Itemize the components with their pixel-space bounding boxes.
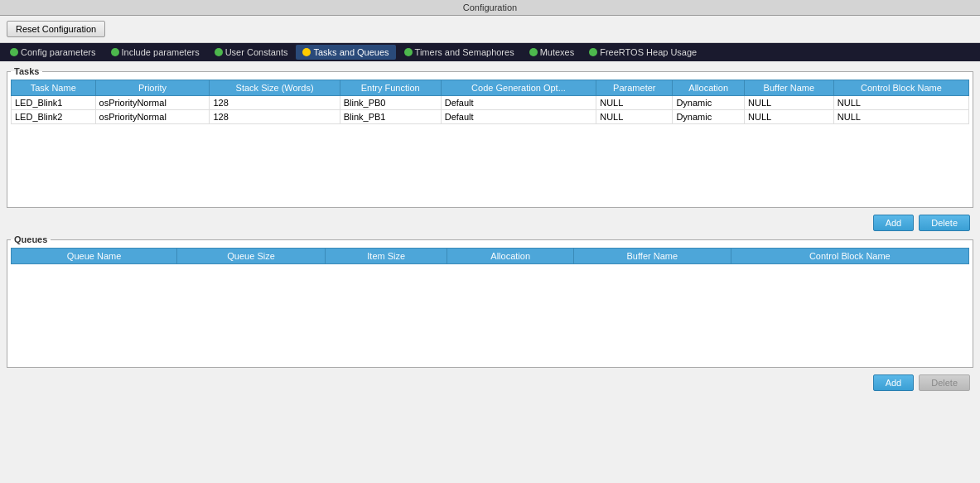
tab-config-params[interactable]: Config parameters xyxy=(3,45,103,60)
tasks-add-button[interactable]: Add xyxy=(873,215,915,231)
tasks-col-priority: Priority xyxy=(95,80,210,96)
tasks-col-buffer: Buffer Name xyxy=(745,80,834,96)
tab-timers-semaphores-label: Timers and Semaphores xyxy=(415,47,514,57)
tasks-cell-0-4: Default xyxy=(441,96,596,110)
queues-table: Queue Name Queue Size Item Size Allocati… xyxy=(11,248,969,364)
tab-config-params-icon xyxy=(10,48,18,56)
queues-col-name: Queue Name xyxy=(12,249,177,264)
main-content: Tasks Task Name Priority Stack Size (Wor… xyxy=(0,61,980,399)
queues-col-size: Queue Size xyxy=(177,249,326,264)
tab-user-constants-label: User Constants xyxy=(225,47,288,57)
tasks-col-alloc: Allocation xyxy=(673,80,745,96)
tab-tasks-queues[interactable]: Tasks and Queues xyxy=(296,45,395,60)
tasks-btn-row: Add Delete xyxy=(7,211,973,234)
queues-section: Queues Queue Name Queue Size Item Size A… xyxy=(7,234,973,368)
queues-col-alloc: Allocation xyxy=(447,249,573,264)
tasks-cell-1-1: osPriorityNormal xyxy=(95,110,210,124)
tab-mutexes[interactable]: Mutexes xyxy=(523,45,582,60)
tab-user-constants-icon xyxy=(215,48,223,56)
queues-add-button[interactable]: Add xyxy=(873,374,915,391)
tab-include-params-icon xyxy=(111,48,119,56)
tasks-table-wrap: Task Name Priority Stack Size (Words) En… xyxy=(11,80,969,204)
tab-include-params[interactable]: Include parameters xyxy=(104,45,206,60)
tab-tasks-queues-icon xyxy=(302,48,311,56)
queues-delete-button[interactable]: Delete xyxy=(919,374,970,391)
queues-col-control: Control Block Name xyxy=(731,249,968,264)
tasks-cell-0-1: osPriorityNormal xyxy=(95,96,210,110)
tasks-table-row[interactable]: LED_Blink2osPriorityNormal128Blink_PB1De… xyxy=(12,110,969,124)
tab-include-params-label: Include parameters xyxy=(122,47,200,57)
tasks-table-header: Task Name Priority Stack Size (Words) En… xyxy=(12,80,969,96)
queues-table-wrap: Queue Name Queue Size Item Size Allocati… xyxy=(11,248,969,364)
queues-table-body xyxy=(12,264,969,364)
tasks-cell-1-6: Dynamic xyxy=(673,110,745,124)
tab-freertos-heap-icon xyxy=(589,48,597,56)
tasks-cell-0-0: LED_Blink1 xyxy=(12,96,96,110)
tab-user-constants[interactable]: User Constants xyxy=(208,45,295,60)
tasks-cell-0-7: NULL xyxy=(745,96,834,110)
tasks-cell-0-6: Dynamic xyxy=(673,96,745,110)
tasks-col-name: Task Name xyxy=(12,80,96,96)
title-text: Configuration xyxy=(463,2,517,12)
tasks-cell-0-5: NULL xyxy=(596,96,673,110)
tasks-table-body: LED_Blink1osPriorityNormal128Blink_PB0De… xyxy=(12,96,969,124)
queues-empty-row xyxy=(12,264,969,364)
tasks-col-stack: Stack Size (Words) xyxy=(210,80,340,96)
tasks-cell-0-2: 128 xyxy=(210,96,340,110)
tasks-table: Task Name Priority Stack Size (Words) En… xyxy=(11,80,969,124)
tasks-cell-1-2: 128 xyxy=(210,110,340,124)
tasks-cell-0-3: Blink_PB0 xyxy=(340,96,441,110)
tasks-col-param: Parameter xyxy=(596,80,673,96)
tasks-cell-1-7: NULL xyxy=(745,110,834,124)
tab-freertos-heap-label: FreeRTOS Heap Usage xyxy=(600,47,697,57)
tasks-cell-0-8: NULL xyxy=(833,96,968,110)
toolbar: Reset Configuration xyxy=(0,16,980,43)
tasks-table-row[interactable]: LED_Blink1osPriorityNormal128Blink_PB0De… xyxy=(12,96,969,110)
queues-table-header: Queue Name Queue Size Item Size Allocati… xyxy=(12,249,969,264)
tab-tasks-queues-label: Tasks and Queues xyxy=(313,47,389,57)
reset-config-button[interactable]: Reset Configuration xyxy=(7,21,105,37)
tasks-cell-1-5: NULL xyxy=(596,110,673,124)
tab-mutexes-label: Mutexes xyxy=(540,47,575,57)
tab-config-params-label: Config parameters xyxy=(21,47,96,57)
tasks-col-control: Control Block Name xyxy=(833,80,968,96)
tasks-cell-1-8: NULL xyxy=(833,110,968,124)
tab-mutexes-icon xyxy=(529,48,538,56)
title-bar: Configuration xyxy=(0,0,980,16)
tasks-cell-1-4: Default xyxy=(441,110,596,124)
queues-col-item: Item Size xyxy=(325,249,447,264)
queues-col-buffer: Buffer Name xyxy=(573,249,731,264)
tasks-cell-1-3: Blink_PB1 xyxy=(340,110,441,124)
tabs-bar: Config parameters Include parameters Use… xyxy=(0,43,980,61)
tasks-legend: Tasks xyxy=(11,66,42,76)
queues-legend: Queues xyxy=(11,234,51,244)
tab-freertos-heap[interactable]: FreeRTOS Heap Usage xyxy=(582,45,703,60)
tab-timers-semaphores-icon xyxy=(404,48,413,56)
tasks-col-entry: Entry Function xyxy=(340,80,441,96)
tasks-delete-button[interactable]: Delete xyxy=(919,215,970,231)
tasks-col-codegen: Code Generation Opt... xyxy=(441,80,596,96)
tab-timers-semaphores[interactable]: Timers and Semaphores xyxy=(398,45,521,60)
tasks-cell-1-0: LED_Blink2 xyxy=(12,110,96,124)
queues-btn-row: Add Delete xyxy=(7,371,973,394)
tasks-section: Tasks Task Name Priority Stack Size (Wor… xyxy=(7,66,973,208)
